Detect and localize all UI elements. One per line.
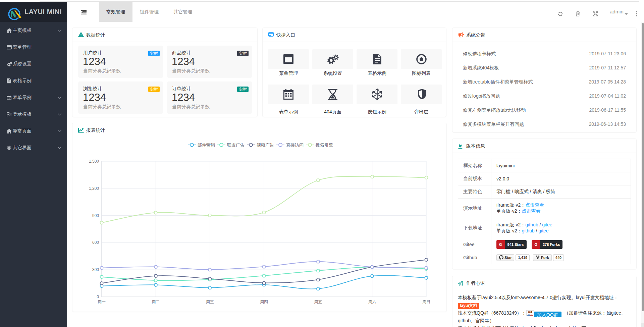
svg-text:周日: 周日 bbox=[422, 299, 430, 304]
svg-text:300: 300 bbox=[92, 267, 99, 272]
svg-text:直接访问: 直接访问 bbox=[286, 143, 304, 148]
svg-text:联盟广告: 联盟广告 bbox=[227, 143, 245, 148]
svg-text:邮件营销: 邮件营销 bbox=[198, 143, 215, 148]
svg-text:0: 0 bbox=[97, 294, 99, 299]
svg-text:周一: 周一 bbox=[98, 299, 106, 304]
svg-text:周二: 周二 bbox=[152, 299, 160, 304]
svg-text:周四: 周四 bbox=[260, 299, 268, 304]
svg-text:900: 900 bbox=[92, 213, 99, 218]
svg-text:周六: 周六 bbox=[368, 299, 376, 304]
svg-text:1,500: 1,500 bbox=[89, 159, 99, 164]
svg-text:周五: 周五 bbox=[314, 299, 322, 304]
svg-text:600: 600 bbox=[92, 240, 99, 245]
svg-text:视频广告: 视频广告 bbox=[257, 143, 274, 148]
svg-text:1,200: 1,200 bbox=[89, 186, 99, 191]
svg-text:搜索引擎: 搜索引擎 bbox=[315, 143, 333, 148]
svg-text:周三: 周三 bbox=[206, 299, 214, 304]
